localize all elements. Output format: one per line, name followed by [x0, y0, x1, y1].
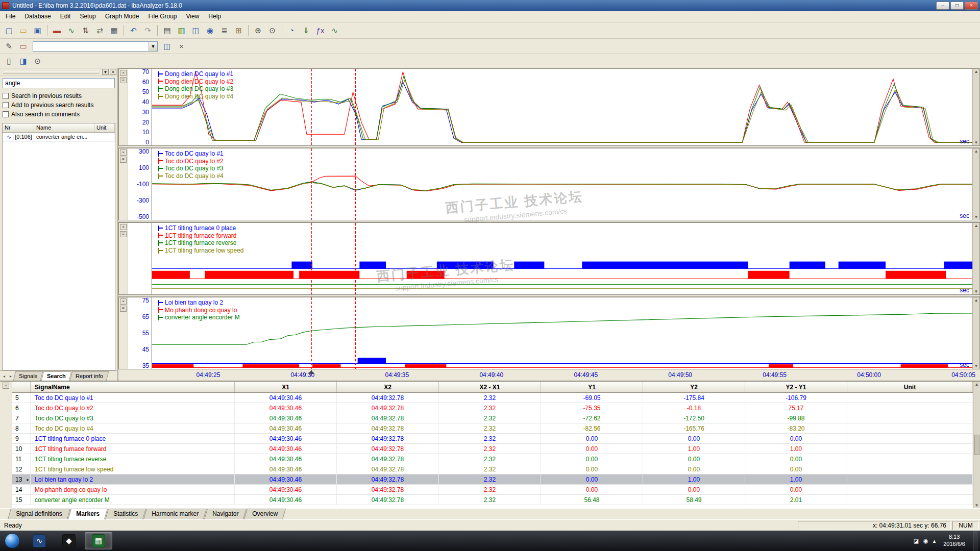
column-header-y2-y1[interactable]: Y2 - Y1: [745, 382, 847, 392]
pane-close-button[interactable]: ×: [120, 224, 127, 230]
table-row[interactable]: 7Toc do DC quay lo #304:49:30.4604:49:32…: [12, 413, 973, 423]
scroll-up-icon[interactable]: ▲: [974, 149, 978, 154]
bottom-tab-navigator[interactable]: Navigator: [204, 509, 247, 519]
chart-plot-furnace-digital[interactable]: 1CT tilting furnace 0 place1CT tilting f…: [152, 223, 972, 294]
minimize-button[interactable]: –: [936, 2, 949, 10]
taskbar-clock[interactable]: 8:13 2016/6/6: [940, 534, 968, 548]
tab-scroll-left-icon[interactable]: ◂: [1, 374, 7, 381]
column-header-y1[interactable]: Y1: [541, 382, 643, 392]
clear-view-button[interactable]: ×: [175, 40, 188, 53]
scroll-up-icon[interactable]: ▲: [974, 223, 978, 228]
table-close-button[interactable]: ×: [3, 383, 9, 389]
scroll-down-icon[interactable]: ▼: [974, 140, 978, 145]
results-column-nr[interactable]: Nr: [3, 123, 34, 132]
column-header-x1[interactable]: X1: [235, 382, 337, 392]
chart-plot-dc-current[interactable]: Dong dien DC quay lo #1Dong dien DC quay…: [152, 69, 972, 145]
undo-button[interactable]: ↶: [127, 24, 140, 37]
time-export-button[interactable]: ◔: [285, 24, 299, 37]
layout-grid-button[interactable]: ▦: [107, 24, 121, 37]
chevron-down-icon[interactable]: ▼: [149, 42, 157, 51]
new-file-button[interactable]: ▢: [2, 24, 16, 37]
chart-plot-converter-mixed[interactable]: Loi bien tan quay lo 2Mo phanh dong co q…: [152, 297, 972, 369]
taskbar-app-ibaanalyzer[interactable]: ▦: [85, 532, 112, 549]
menu-view[interactable]: View: [182, 11, 204, 22]
checkbox-add-to-previous-search-results[interactable]: Add to previous search results: [3, 102, 115, 109]
pane-close-button[interactable]: ×: [120, 70, 127, 76]
column-header-x2[interactable]: X2: [337, 382, 439, 392]
fx-editor-button[interactable]: ƒx: [313, 24, 327, 37]
title-bar[interactable]: Untitled - E:\iba from 3.2.2016\pda601.d…: [0, 0, 980, 11]
menu-file[interactable]: File: [1, 11, 20, 22]
dock-pin-button[interactable]: ▾: [102, 69, 109, 75]
tray-icon-1[interactable]: ◉: [923, 538, 928, 544]
checkbox-box[interactable]: [3, 111, 9, 117]
harmonics-button[interactable]: ∿: [328, 24, 341, 37]
table-row[interactable]: 8Toc do DC quay lo #404:49:30.4604:49:32…: [12, 423, 973, 434]
checkbox-search-in-previous-results[interactable]: Search in previous results: [3, 92, 115, 99]
table-row[interactable]: 91CT tilting furnace 0 place04:49:30.460…: [12, 434, 973, 444]
menu-edit[interactable]: Edit: [56, 11, 76, 22]
sort-signals-button[interactable]: ⇅: [79, 24, 92, 37]
pane-scrollbar[interactable]: ▲▼: [972, 69, 979, 145]
pane-menu-button[interactable]: ≡: [120, 77, 127, 83]
copy-view-button[interactable]: ◫: [160, 40, 174, 53]
value-sliders-button[interactable]: ≣: [217, 24, 231, 37]
column-header-rownum[interactable]: [12, 382, 31, 392]
sidebar-tab-signals[interactable]: Signals: [13, 371, 43, 381]
report-page-button[interactable]: ▯: [2, 55, 16, 67]
marker-x1-handle[interactable]: [309, 370, 314, 374]
menu-database[interactable]: Database: [20, 11, 55, 22]
export-report-button[interactable]: ▥: [175, 24, 188, 37]
signal-search-button[interactable]: ◨: [16, 55, 30, 67]
scroll-thumb[interactable]: [974, 435, 979, 455]
results-column-unit[interactable]: Unit: [94, 123, 115, 132]
sidebar-tab-search[interactable]: Search: [41, 371, 71, 381]
scroll-down-icon[interactable]: ▼: [974, 364, 978, 368]
search-input[interactable]: [3, 78, 115, 88]
show-desktop-button[interactable]: [973, 531, 978, 551]
edit-expression-button[interactable]: ✎: [2, 40, 16, 53]
maximize-button[interactable]: □: [950, 2, 964, 10]
sidebar-tab-report-info[interactable]: Report info: [70, 371, 109, 381]
menu-file-group[interactable]: File Group: [143, 11, 181, 22]
column-header-unit[interactable]: Unit: [847, 382, 973, 392]
signal-manager-button[interactable]: ◫: [189, 24, 203, 37]
delete-expression-button[interactable]: ▬: [50, 24, 64, 37]
pane-scrollbar[interactable]: ▲▼: [972, 297, 979, 369]
checkbox-box[interactable]: [3, 102, 9, 108]
tray-icon-0[interactable]: ▴: [933, 538, 936, 544]
table-row[interactable]: 6Toc do DC quay lo #204:49:30.4604:49:32…: [12, 403, 973, 413]
table-row[interactable]: 111CT tilting furnace reverse04:49:30.46…: [12, 454, 973, 464]
scroll-down-icon[interactable]: ▼: [974, 215, 978, 219]
tray-icon-2[interactable]: ◪: [914, 538, 919, 544]
column-header-y2[interactable]: Y2: [643, 382, 745, 392]
table-row[interactable]: 13▸Loi bien tan quay lo 204:49:30.4604:4…: [12, 474, 973, 485]
pane-scrollbar[interactable]: ▲▼: [972, 148, 979, 220]
graph-export-button[interactable]: ⇓: [299, 24, 313, 37]
close-button[interactable]: ×: [965, 2, 978, 10]
erase-expression-button[interactable]: ▭: [16, 40, 30, 53]
checkbox-also-search-in-comments[interactable]: Also search in comments: [3, 111, 115, 118]
bottom-tab-signal-definitions[interactable]: Signal definitions: [8, 509, 70, 519]
magnifier-button[interactable]: ⊙: [31, 55, 44, 67]
table-row[interactable]: 5Toc do DC quay lo #104:49:30.4604:49:32…: [12, 393, 973, 403]
print-button[interactable]: ▤: [160, 24, 174, 37]
web-link-button[interactable]: ◉: [203, 24, 217, 37]
taskbar-app-ibapda[interactable]: ∿: [26, 532, 53, 549]
menu-help[interactable]: Help: [204, 11, 226, 22]
table-row[interactable]: 121CT tilting furnace low speed04:49:30.…: [12, 464, 973, 474]
dock-grip[interactable]: [3, 71, 99, 73]
menu-setup[interactable]: Setup: [75, 11, 100, 22]
column-header-x2-x1[interactable]: X2 - X1: [439, 382, 541, 392]
pane-menu-button[interactable]: ≡: [120, 306, 127, 312]
pane-menu-button[interactable]: ≡: [120, 157, 127, 163]
scroll-down-icon[interactable]: ▼: [975, 503, 979, 508]
redo-button[interactable]: ↷: [141, 24, 155, 37]
table-row[interactable]: 14Mo phanh dong co quay lo04:49:30.4604:…: [12, 485, 973, 495]
pane-close-button[interactable]: ×: [120, 298, 127, 305]
table-row[interactable]: 15converter angle encorder M04:49:30.460…: [12, 495, 973, 505]
zoom-all-button[interactable]: ⊙: [265, 24, 279, 37]
bottom-tab-overview[interactable]: Overview: [244, 509, 286, 519]
checkbox-box[interactable]: [3, 93, 9, 99]
results-column-name[interactable]: Name: [34, 123, 94, 132]
